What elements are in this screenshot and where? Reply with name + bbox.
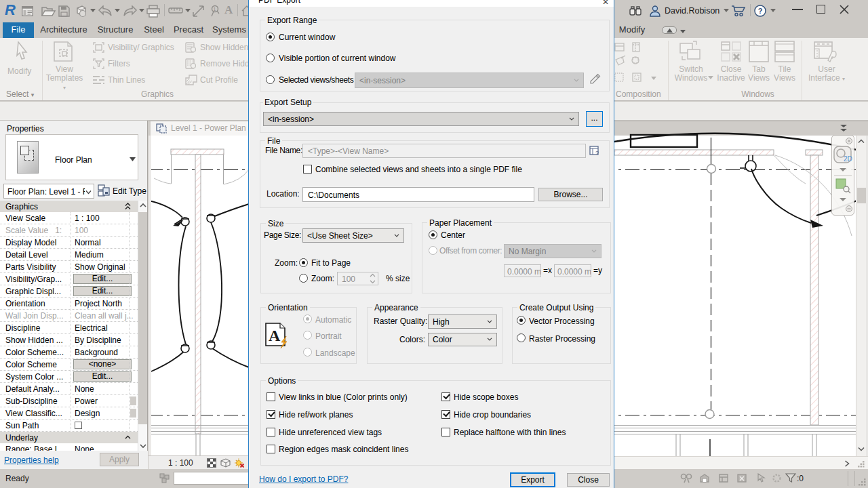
svg-text:2D: 2D <box>844 155 852 163</box>
svg-text:?: ? <box>758 7 763 15</box>
svg-text:?: ? <box>595 150 599 157</box>
svg-text:A: A <box>269 327 281 344</box>
svg-text:Level 1 - Power Plan: Level 1 - Power Plan <box>171 123 246 133</box>
svg-text:1: 1 <box>214 7 216 12</box>
